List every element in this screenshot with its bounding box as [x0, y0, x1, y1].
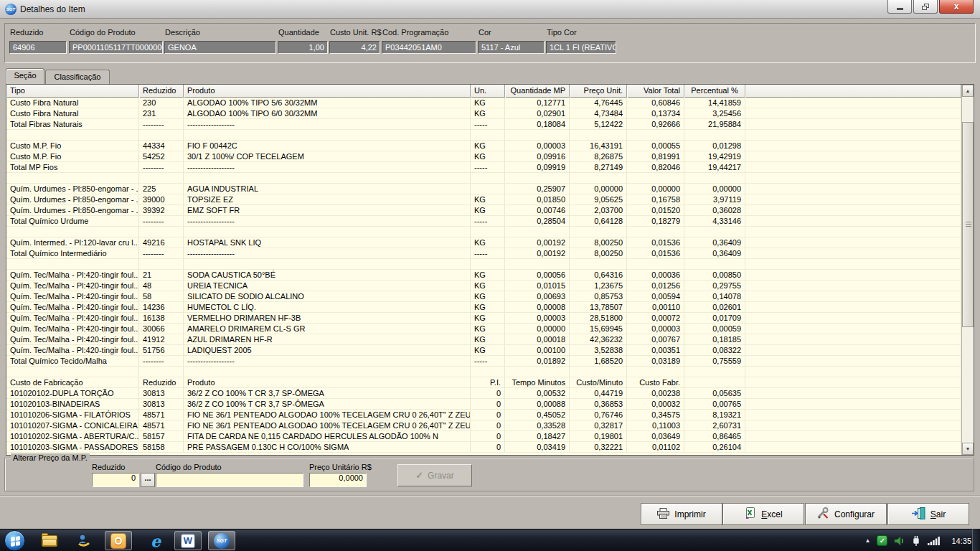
table-body: Custo Fibra Natural230ALGODAO 100% TIPO …: [6, 98, 961, 455]
table-row[interactable]: 101010203-SIGMA - PASSADORES58158PRÉ PAS…: [6, 442, 961, 453]
table-row[interactable]: Quím. Tec/Malha - Pl:420-tingir foul...5…: [6, 345, 961, 356]
table-cell-filler: [745, 367, 961, 377]
table-cell: Total MP Fios: [6, 162, 139, 172]
antivirus-icon[interactable]: ✓: [877, 535, 887, 546]
show-desktop-button[interactable]: [972, 529, 980, 551]
vertical-scrollbar[interactable]: ▲ ▼: [961, 85, 974, 455]
table-cell: [570, 227, 627, 237]
table-row[interactable]: Custo M.P. Fio5425230/1 Z 100%/ COP TECE…: [6, 151, 961, 162]
table-row[interactable]: Quím. Tec/Malha - Pl:420-tingir foul...1…: [6, 302, 961, 313]
table-row[interactable]: Custo Fibra Natural230ALGODAO 100% TIPO …: [6, 98, 961, 108]
codigo-produto-input[interactable]: [156, 473, 303, 487]
hidden-icons-arrow[interactable]: ▲: [865, 537, 871, 544]
table-row[interactable]: 101010206-SIGMA - FILATÓRIOS48571FIO NE …: [6, 410, 961, 420]
minimize-button[interactable]: [887, 0, 912, 14]
blank-row[interactable]: [6, 367, 961, 377]
table-cell-filler: [745, 399, 961, 409]
total-row[interactable]: Total Químico Urdume--------------------…: [6, 216, 961, 227]
table-row[interactable]: 101010202-SIGMA - ABERTURA/C...58157FITA…: [6, 431, 961, 442]
explorer-icon[interactable]: [37, 531, 62, 550]
table-row[interactable]: Quím. Tec/Malha - Pl:420-tingir foul...4…: [6, 281, 961, 291]
preco-unitario-input[interactable]: 0,0000: [309, 473, 367, 487]
sair-button[interactable]: Sair: [887, 503, 969, 525]
column-header[interactable]: Tipo: [6, 85, 139, 98]
field-value: P03442051AM0: [382, 41, 476, 54]
column-header[interactable]: Preço Unit.: [570, 85, 627, 98]
tab-classificacao[interactable]: Classificação: [45, 70, 110, 84]
scroll-up-button[interactable]: ▲: [962, 85, 974, 97]
table-cell-filler: [745, 141, 961, 151]
table-row[interactable]: Quím. Urdumes - Pl:850-engomar - ...3900…: [6, 194, 961, 205]
table-cell: ALGODAO 100% TIPO 5/6 30/32MM: [184, 98, 471, 108]
column-header[interactable]: Percentual %: [684, 85, 745, 98]
total-row[interactable]: Total Químico Tecido/Malha--------------…: [6, 356, 961, 367]
section-header-row[interactable]: Custo de FabricaçãoReduzidoProdutoP.I.Te…: [6, 377, 961, 388]
table-cell: ------------------: [184, 248, 471, 258]
column-header[interactable]: Quantidade MP: [505, 85, 570, 98]
table-row[interactable]: Custo Fibra Natural231ALGODAO 100% TIPO …: [6, 108, 961, 119]
table-cell-filler: [745, 270, 961, 280]
total-row[interactable]: Total MP Fios---------------------------…: [6, 162, 961, 173]
word-icon[interactable]: W: [174, 531, 202, 550]
table-cell: 0,19801: [570, 431, 627, 441]
ie-icon[interactable]: e: [143, 531, 168, 550]
table-row[interactable]: Custo M.P. Fio44334FIO F 00442CKG0,00003…: [6, 141, 961, 151]
desktop-screen: SGT Detalhes do Item x Reduzido64906Códi…: [0, 0, 980, 551]
table-row[interactable]: Quím. Tec/Malha - Pl:420-tingir foul...3…: [6, 324, 961, 334]
table-row[interactable]: 101010207-SIGMA - CONICALEIRAS48571FIO N…: [6, 420, 961, 431]
reduzido-input[interactable]: 0: [92, 473, 139, 487]
table-cell: 28,51800: [570, 313, 627, 323]
imprimir-button[interactable]: Imprimir: [641, 503, 722, 525]
table-cell: [627, 259, 684, 269]
tab-secao[interactable]: Seção: [6, 68, 44, 84]
table-row[interactable]: Quím. Tec/Malha - Pl:420-tingir foul...1…: [6, 313, 961, 324]
audio-icon[interactable]: [894, 536, 905, 546]
table-cell: 0,00059: [684, 324, 745, 334]
table-cell-filler: [745, 291, 961, 301]
total-row[interactable]: Total Químico Intermediário-------------…: [6, 248, 961, 259]
table-row[interactable]: Quím. Tec/Malha - Pl:420-tingir foul...4…: [6, 334, 961, 345]
column-header[interactable]: Un.: [471, 85, 505, 98]
excel-button[interactable]: Excel: [722, 503, 804, 525]
table-cell: 3,25456: [684, 108, 745, 118]
scrollbar-thumb[interactable]: [962, 122, 974, 327]
blank-row[interactable]: [6, 227, 961, 237]
blank-row[interactable]: [6, 173, 961, 184]
sgt-app-icon[interactable]: SGT: [208, 531, 235, 550]
table-row[interactable]: Quím. Urdumes - Pl:850-engomar - ...225A…: [6, 184, 961, 194]
close-button[interactable]: x: [939, 0, 974, 14]
clock[interactable]: 14:35: [951, 537, 971, 545]
configurar-button[interactable]: Configurar: [805, 503, 887, 525]
outlook-icon[interactable]: O: [105, 531, 132, 550]
start-button[interactable]: [4, 530, 25, 551]
network-icon[interactable]: [928, 536, 941, 545]
gravar-button[interactable]: ✓ Gravar: [397, 464, 472, 486]
table-cell: 8,26875: [570, 151, 627, 161]
power-icon[interactable]: [911, 535, 921, 546]
total-row[interactable]: Total Fibras Naturais-------------------…: [6, 119, 961, 130]
table-cell: [627, 227, 684, 237]
table-row[interactable]: Quím. Tec/Malha - Pl:420-tingir foul...2…: [6, 270, 961, 281]
restore-button[interactable]: [913, 0, 938, 14]
button-label: Sair: [930, 509, 946, 519]
table-row[interactable]: Quím. Intermed. - Pl:120-lavar cru l...4…: [6, 237, 961, 248]
alterar-preco-groupbox: Alterar Preço da M.P. Reduzido 0 ... Cód…: [4, 458, 974, 491]
table-cell: 0,00088: [505, 399, 570, 409]
column-header[interactable]: Valor Total: [627, 85, 684, 98]
browse-button[interactable]: ...: [141, 473, 155, 487]
table-cell-filler: [745, 259, 961, 269]
table-row[interactable]: Quím. Urdumes - Pl:850-engomar - ...3939…: [6, 205, 961, 216]
column-header[interactable]: Produto: [184, 85, 471, 98]
table-cell: 58: [139, 291, 184, 301]
table-row[interactable]: Quím. Tec/Malha - Pl:420-tingir foul...5…: [6, 291, 961, 302]
button-label: Configurar: [834, 509, 875, 519]
scroll-down-button[interactable]: ▼: [962, 443, 974, 455]
blank-row[interactable]: [6, 130, 961, 141]
table-cell: FIO NE 36/1 PENTEADO ALGODAO 100% TECELA…: [184, 410, 471, 420]
table-row[interactable]: 101020102-DUPLA TORÇÃO3081336/2 Z CO 100…: [6, 388, 961, 399]
blank-row[interactable]: [6, 259, 961, 270]
table-row[interactable]: 101020103-BINADEIRAS3081336/2 Z CO 100% …: [6, 399, 961, 410]
column-header[interactable]: Reduzido: [139, 85, 184, 98]
users-app-icon[interactable]: [72, 531, 96, 550]
table-cell: KG: [471, 302, 505, 312]
